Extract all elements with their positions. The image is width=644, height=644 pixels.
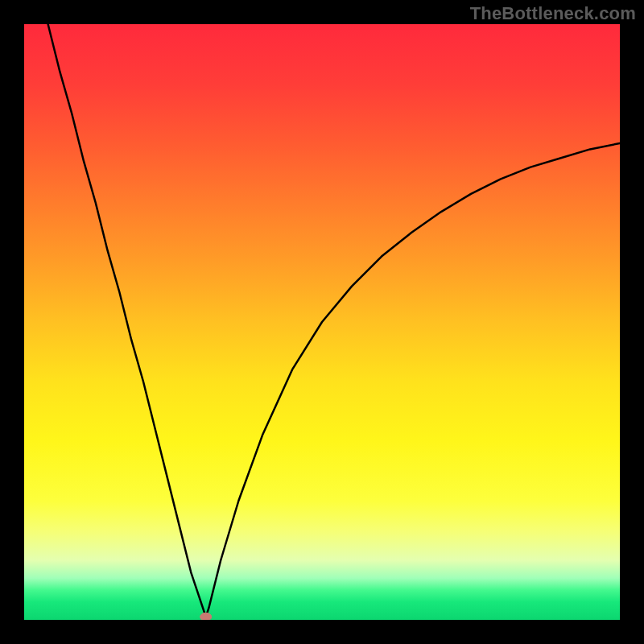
plot-svg: [24, 24, 620, 620]
watermark-text: TheBottleneck.com: [470, 3, 636, 24]
plot-area: [24, 24, 620, 620]
minimum-marker: [200, 613, 212, 620]
chart-frame: TheBottleneck.com: [0, 0, 644, 644]
